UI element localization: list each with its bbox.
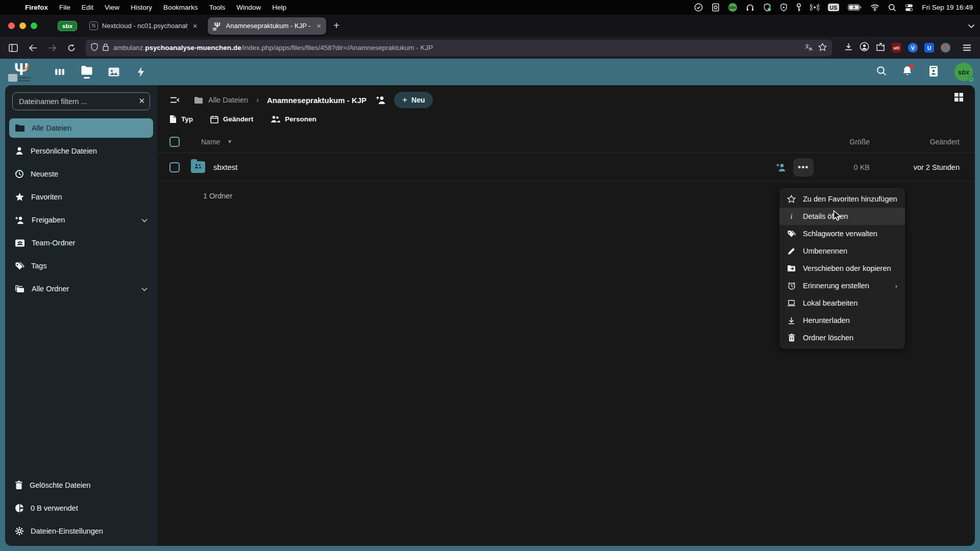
status-key-icon[interactable] bbox=[796, 3, 801, 12]
menu-item-schlagworte[interactable]: Schlagworte verwalten bbox=[779, 225, 905, 242]
input-source-badge[interactable]: US bbox=[828, 4, 840, 11]
filter-clear-icon[interactable]: ✕ bbox=[138, 96, 145, 106]
battery-icon[interactable] bbox=[848, 3, 862, 12]
face-extension-icon[interactable] bbox=[941, 43, 950, 53]
app-photos-icon[interactable] bbox=[107, 63, 120, 81]
unified-search-icon[interactable] bbox=[876, 66, 887, 78]
window-minimize-button[interactable] bbox=[19, 22, 26, 29]
menu-item-favoriten[interactable]: Zu den Favoriten hinzufügen bbox=[779, 190, 905, 208]
menu-item-herunterladen[interactable]: Herunterladen bbox=[779, 312, 905, 329]
downloads-icon[interactable] bbox=[844, 43, 853, 53]
row-share-icon[interactable] bbox=[776, 163, 787, 172]
chevron-down-icon[interactable] bbox=[141, 216, 148, 224]
new-button[interactable]: + Neu bbox=[394, 92, 433, 108]
extensions-puzzle-icon[interactable] bbox=[876, 42, 885, 54]
menubar-help[interactable]: Help bbox=[266, 4, 292, 11]
sidebar-item-alle-dateien[interactable]: Alle Dateien bbox=[9, 118, 153, 138]
chevron-down-icon[interactable] bbox=[141, 285, 148, 293]
menubar-window[interactable]: Window bbox=[231, 4, 266, 11]
row-checkbox[interactable] bbox=[169, 162, 180, 172]
menubar-edit[interactable]: Edit bbox=[76, 4, 99, 11]
filter-chip-geaendert[interactable]: Geändert bbox=[210, 115, 253, 123]
menubar-bookmarks[interactable]: Bookmarks bbox=[158, 4, 204, 11]
sidebar-item-favoriten[interactable]: Favoriten bbox=[9, 187, 153, 207]
control-center-icon[interactable] bbox=[905, 3, 913, 12]
breadcrumb-current[interactable]: Anamnesepraktukum - KJP bbox=[267, 96, 366, 105]
menubar-tools[interactable]: Tools bbox=[204, 4, 231, 11]
sidebar-item-dateien-einstellungen[interactable]: Dateien-Einstellungen bbox=[9, 521, 153, 541]
menubar-file[interactable]: File bbox=[54, 4, 76, 11]
column-header-modified[interactable]: Geändert bbox=[883, 138, 960, 146]
url-text[interactable]: ambulanz.psychoanalyse-muenchen.de/index… bbox=[113, 44, 800, 52]
filter-chip-typ[interactable]: Typ bbox=[169, 115, 193, 123]
tab-close-icon[interactable]: × bbox=[193, 21, 198, 30]
tracking-protection-shield-icon[interactable] bbox=[91, 43, 98, 53]
tab-close-icon[interactable]: × bbox=[317, 21, 322, 30]
akademie-logo[interactable]: Ψ Akademie München bbox=[7, 61, 33, 83]
url-bar[interactable]: ambulanz.psychoanalyse-muenchen.de/index… bbox=[86, 40, 832, 56]
menu-item-verschieben[interactable]: Verschieben oder kopieren bbox=[779, 260, 905, 277]
menu-item-erinnerung[interactable]: Erinnerung erstellen › bbox=[779, 277, 905, 294]
filename-filter-input[interactable] bbox=[12, 92, 150, 110]
wifi-icon[interactable] bbox=[870, 3, 879, 12]
file-name[interactable]: sbxtest bbox=[213, 163, 238, 171]
status-window-icon[interactable] bbox=[712, 3, 720, 12]
spotlight-search-icon[interactable] bbox=[888, 3, 896, 12]
status-shield-check-icon[interactable] bbox=[763, 3, 771, 12]
status-check-circle-icon[interactable] bbox=[694, 3, 703, 12]
reload-button[interactable] bbox=[63, 40, 80, 56]
bitwarden-icon[interactable]: U bbox=[924, 43, 934, 53]
forward-button[interactable] bbox=[44, 40, 60, 56]
back-button[interactable] bbox=[24, 40, 41, 56]
window-close-button[interactable] bbox=[8, 22, 15, 29]
breadcrumb-root[interactable]: Alle Dateien bbox=[208, 96, 248, 104]
table-row-sbxtest[interactable]: sbxtest ••• 0 KB vor 2 Stunden bbox=[157, 153, 975, 182]
contacts-icon[interactable] bbox=[928, 65, 939, 79]
bookmark-star-icon[interactable] bbox=[818, 43, 827, 53]
sidebar-item-freigaben[interactable]: Freigaben bbox=[9, 210, 153, 230]
sidebar-item-speicher[interactable]: 0 B verwendet bbox=[9, 498, 153, 518]
row-actions-menu-button[interactable]: ••• bbox=[793, 158, 814, 177]
tab-anamnesepraktukum[interactable]: Ψ Anamnesepraktukum - KJP - All × bbox=[208, 17, 327, 35]
menubar-history[interactable]: History bbox=[125, 4, 158, 11]
sidebar-item-tags[interactable]: Tags bbox=[9, 256, 153, 276]
sidebar-item-neueste[interactable]: Neueste bbox=[9, 164, 153, 184]
select-all-checkbox[interactable] bbox=[169, 137, 180, 147]
user-avatar[interactable]: sbx bbox=[954, 63, 973, 81]
status-headphones-icon[interactable] bbox=[746, 3, 754, 12]
app-activity-icon[interactable] bbox=[134, 63, 148, 81]
sidebar-item-alle-ordner[interactable]: Alle Ordner bbox=[9, 279, 153, 298]
app-dashboard-icon[interactable] bbox=[53, 63, 66, 81]
window-zoom-button[interactable] bbox=[31, 22, 37, 29]
status-shield-icon[interactable] bbox=[780, 3, 788, 12]
lock-icon[interactable] bbox=[103, 43, 109, 53]
status-airplay-icon[interactable] bbox=[810, 3, 819, 12]
account-icon[interactable] bbox=[860, 42, 869, 54]
sidebar-toggle-icon[interactable] bbox=[5, 40, 21, 56]
sidebar-item-persoenliche-dateien[interactable]: Persönliche Dateien bbox=[9, 141, 153, 161]
menubar-app-name[interactable]: Firefox bbox=[19, 4, 54, 11]
column-header-name[interactable]: Name ▼ bbox=[201, 138, 232, 146]
collapse-sidebar-icon[interactable] bbox=[169, 96, 180, 104]
column-header-size[interactable]: Größe bbox=[814, 138, 870, 146]
menubar-clock[interactable]: Fri Sep 19 16:49 bbox=[922, 4, 973, 11]
list-all-tabs-icon[interactable] bbox=[968, 21, 975, 31]
app-files-icon[interactable] bbox=[80, 63, 93, 81]
sidebar-item-team-ordner[interactable]: Team-Ordner bbox=[9, 233, 153, 253]
shared-folder-icon[interactable] bbox=[191, 161, 205, 173]
menu-item-umbenennen[interactable]: Umbenennen bbox=[779, 242, 905, 260]
menu-item-lokal-bearbeiten[interactable]: Lokal bearbeiten bbox=[779, 294, 905, 312]
translate-icon[interactable]: 文A bbox=[805, 43, 814, 53]
new-tab-button[interactable]: + bbox=[333, 20, 339, 32]
firefox-profile-chip[interactable]: sbx bbox=[58, 21, 77, 31]
menubar-view[interactable]: View bbox=[99, 4, 125, 11]
tab-nextcloud[interactable]: N Nextcloud - nc01.psychoanalyse × bbox=[84, 17, 203, 35]
menu-item-ordner-loeschen[interactable]: Ordner löschen bbox=[779, 329, 905, 346]
notifications-bell-icon[interactable] bbox=[902, 65, 913, 79]
share-folder-icon[interactable] bbox=[376, 95, 387, 105]
hamburger-menu-icon[interactable] bbox=[959, 40, 975, 56]
ublock-origin-icon[interactable]: uO bbox=[892, 43, 901, 53]
vimium-icon[interactable]: V bbox=[908, 43, 918, 53]
filter-chip-personen[interactable]: Personen bbox=[271, 115, 316, 123]
status-sbx-profile-icon[interactable]: sbx bbox=[728, 3, 737, 12]
